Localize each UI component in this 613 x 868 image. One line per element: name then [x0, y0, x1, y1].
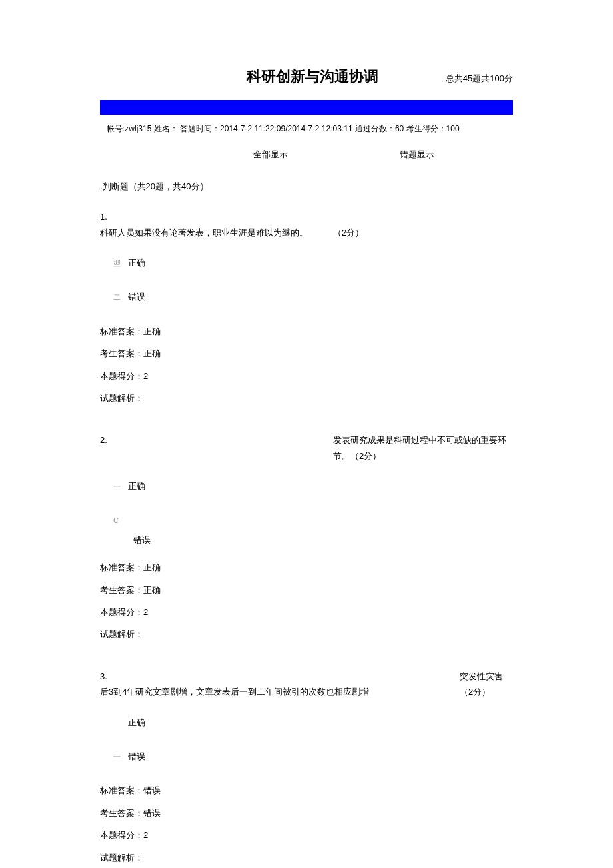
q2-text: 发表研究成果是科研过程中不可或缺的重要环节。（2分）: [333, 432, 513, 464]
q1-analysis: 试题解析：: [100, 390, 513, 406]
label: 标准答案：: [100, 785, 143, 795]
value: 错误: [143, 785, 161, 795]
section-header: .判断题（共20题，共40分）: [100, 181, 513, 193]
q1-options: 型正确 二错误: [100, 255, 513, 305]
page-title: 科研创新与沟通协调: [100, 67, 446, 87]
q1-user-answer: 考生答案：正确: [100, 346, 513, 361]
q2-option-correct[interactable]: 一正确: [100, 478, 513, 494]
q3-left: 3. 后3到4年研究文章剧增，文章发表后一到二年间被引的次数也相应剧增: [100, 669, 460, 700]
option-marker: 型: [113, 257, 128, 270]
score-label: 考生得分：: [406, 124, 446, 133]
value: 2: [143, 371, 148, 381]
q2-user-answer: 考生答案：正确: [100, 582, 513, 598]
option-marker: C: [113, 514, 128, 528]
account-value: zwlj315: [125, 124, 151, 133]
q2-option-wrong[interactable]: C 错误: [100, 512, 513, 548]
q3-analysis: 试题解析：: [100, 850, 513, 865]
value: 正确: [143, 348, 161, 358]
label: 考生答案：: [100, 348, 143, 358]
value: 错误: [143, 808, 161, 818]
q1-score: 本题得分：2: [100, 368, 513, 384]
option-marker: 一: [113, 480, 128, 494]
pass-label: 通过分数：: [355, 124, 395, 133]
option-marker: 一: [113, 751, 128, 764]
q3-num: 3.: [100, 669, 460, 684]
q2-std-answer: 标准答案：正确: [100, 560, 513, 575]
tab-all[interactable]: 全部显示: [253, 149, 400, 161]
label: 试题解析：: [100, 393, 143, 403]
option-label: 正确: [128, 258, 145, 268]
tab-spacer: [100, 149, 253, 161]
meta-line: 帐号:zwlj315 姓名： 答题时间：2014-7-2 11:22:09/20…: [100, 120, 513, 149]
label: 考生答案：: [100, 585, 143, 595]
tab-wrong[interactable]: 错题显示: [400, 149, 434, 161]
score-value: 100: [446, 124, 460, 133]
value: 2: [143, 607, 148, 617]
summary-text: 总共45题共100分: [446, 73, 513, 85]
q2-row: 2. 发表研究成果是科研过程中不可或缺的重要环节。（2分）: [100, 432, 513, 464]
label: 本题得分：: [100, 830, 143, 840]
q3-score: 本题得分：2: [100, 827, 513, 843]
q2-score: 本题得分：2: [100, 604, 513, 620]
name-label: 姓名：: [154, 124, 178, 133]
q1-option-wrong[interactable]: 二错误: [100, 289, 513, 304]
label: 试题解析：: [100, 629, 143, 639]
header-row: 科研创新与沟通协调 总共45题共100分: [100, 67, 513, 87]
page: 科研创新与沟通协调 总共45题共100分 帐号:zwlj315 姓名： 答题时间…: [0, 0, 613, 868]
label: 本题得分：: [100, 371, 143, 381]
q1-text: 科研人员如果没有论著发表，职业生涯是难以为继的。: [100, 225, 333, 240]
option-label: 正确: [128, 481, 145, 491]
value: 正确: [143, 326, 161, 336]
option-label: 错误: [128, 292, 145, 302]
q3-std-answer: 标准答案：错误: [100, 783, 513, 798]
q1-row: 科研人员如果没有论著发表，职业生涯是难以为继的。 （2分）: [100, 225, 513, 240]
q3-text: 后3到4年研究文章剧增，文章发表后一到二年间被引的次数也相应剧增: [100, 684, 460, 699]
option-label: 错误: [113, 532, 513, 548]
q1-option-correct[interactable]: 型正确: [100, 255, 513, 270]
option-marker: 二: [113, 291, 128, 304]
question-2: 2. 发表研究成果是科研过程中不可或缺的重要环节。（2分） 一正确 C 错误 标…: [100, 432, 513, 642]
q1-points: （2分）: [333, 225, 364, 240]
label: 本题得分：: [100, 607, 143, 617]
time-value: 2014-7-2 11:22:09/2014-7-2 12:03:11: [220, 124, 353, 133]
question-1: 1. 科研人员如果没有论著发表，职业生涯是难以为继的。 （2分） 型正确 二错误…: [100, 209, 513, 406]
time-label: 答题时间：: [180, 124, 220, 133]
q3-right-text: 突发性灾害（2分）: [460, 669, 513, 700]
q3-option-wrong[interactable]: 一错误: [100, 749, 513, 764]
option-label: 错误: [128, 751, 145, 761]
account-label: 帐号:: [107, 124, 125, 133]
blue-divider: [100, 100, 513, 115]
q3-user-answer: 考生答案：错误: [100, 805, 513, 821]
q1-num: 1.: [100, 209, 513, 224]
pass-value: 60: [395, 124, 404, 133]
option-label: 正确: [128, 717, 145, 727]
label: 标准答案：: [100, 326, 143, 336]
question-3: 3. 后3到4年研究文章剧增，文章发表后一到二年间被引的次数也相应剧增 突发性灾…: [100, 669, 513, 865]
q1-std-answer: 标准答案：正确: [100, 324, 513, 339]
label: 标准答案：: [100, 562, 143, 572]
value: 2: [143, 830, 148, 840]
q2-options: 一正确 C 错误: [100, 478, 513, 548]
label: 考生答案：: [100, 808, 143, 818]
q2-num: 2.: [100, 432, 333, 464]
q3-option-correct[interactable]: 正确: [100, 715, 513, 730]
q3-options: 正确 一错误: [100, 715, 513, 765]
label: 试题解析：: [100, 853, 143, 863]
value: 正确: [143, 562, 161, 572]
q2-analysis: 试题解析：: [100, 626, 513, 642]
tabs: 全部显示 错题显示: [100, 149, 513, 161]
value: 正确: [143, 585, 161, 595]
q3-row: 3. 后3到4年研究文章剧增，文章发表后一到二年间被引的次数也相应剧增 突发性灾…: [100, 669, 513, 700]
